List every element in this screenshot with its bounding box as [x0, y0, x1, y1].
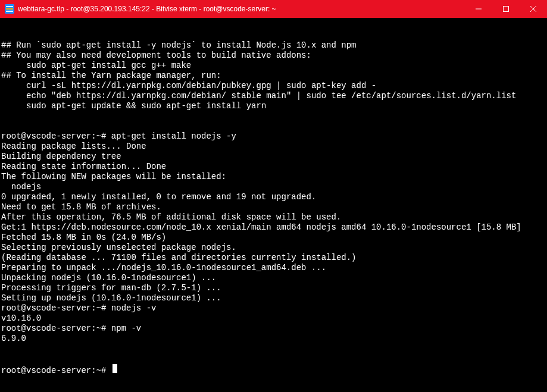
terminal-line: sudo apt-get install gcc g++ make — [1, 61, 546, 71]
svg-rect-5 — [504, 7, 509, 12]
minimize-button[interactable] — [465, 0, 492, 18]
terminal-line: root@vscode-server:~# npm -v — [1, 324, 546, 334]
terminal-line: Building dependency tree — [1, 152, 546, 162]
window-title: webtiara-gc.tlp - root@35.200.193.145:22… — [18, 5, 465, 13]
terminal-line: echo "deb https://dl.yarnpkg.com/debian/… — [1, 91, 546, 101]
maximize-button[interactable] — [492, 0, 520, 18]
terminal-viewport[interactable]: ## Run `sudo apt-get install -y nodejs` … — [0, 18, 547, 392]
svg-rect-1 — [6, 6, 13, 7]
terminal-prompt-line[interactable]: root@vscode-server:~# — [1, 364, 546, 376]
terminal-output: ## Run `sudo apt-get install -y nodejs` … — [1, 40, 546, 344]
terminal-line: Reading state information... Done — [1, 162, 546, 172]
terminal-line: The following NEW packages will be insta… — [1, 172, 546, 182]
window-titlebar[interactable]: webtiara-gc.tlp - root@35.200.193.145:22… — [0, 0, 547, 18]
terminal-line: root@vscode-server:~# nodejs -v — [1, 303, 546, 313]
terminal-line: Get:1 https://deb.nodesource.com/node_10… — [1, 222, 546, 233]
terminal-line: After this operation, 76.5 MB of additio… — [1, 212, 546, 222]
terminal-line: root@vscode-server:~# apt-get install no… — [1, 131, 546, 142]
terminal-line: Selecting previously unselected package … — [1, 243, 546, 253]
close-button[interactable] — [520, 0, 547, 18]
terminal-prompt: root@vscode-server:~# — [1, 366, 111, 376]
terminal-line: Need to get 15.8 MB of archives. — [1, 202, 546, 212]
terminal-line: nodejs — [1, 182, 546, 192]
terminal-line: Preparing to unpack .../nodejs_10.16.0-1… — [1, 263, 546, 273]
terminal-line: Fetched 15.8 MB in 0s (24.0 MB/s) — [1, 233, 546, 243]
terminal-line: sudo apt-get update && sudo apt-get inst… — [1, 101, 546, 111]
terminal-line: Unpacking nodejs (10.16.0-1nodesource1) … — [1, 273, 546, 283]
terminal-line — [1, 111, 546, 121]
terminal-line: Setting up nodejs (10.16.0-1nodesource1)… — [1, 293, 546, 303]
terminal-line: v10.16.0 — [1, 313, 546, 324]
svg-rect-3 — [6, 11, 13, 12]
app-icon — [5, 4, 14, 14]
terminal-line: 0 upgraded, 1 newly installed, 0 to remo… — [1, 192, 546, 202]
terminal-line: 6.9.0 — [1, 334, 546, 344]
svg-rect-2 — [6, 8, 13, 10]
cursor-icon — [112, 364, 117, 373]
terminal-line: Reading package lists... Done — [1, 142, 546, 152]
terminal-line: ## You may also need development tools t… — [1, 51, 546, 61]
window-controls — [465, 0, 547, 18]
terminal-line: (Reading database ... 71100 files and di… — [1, 253, 546, 263]
terminal-line: ## Run `sudo apt-get install -y nodejs` … — [1, 40, 546, 51]
terminal-line: curl -sL https://dl.yarnpkg.com/debian/p… — [1, 81, 546, 91]
terminal-line — [1, 121, 546, 131]
terminal-line: Processing triggers for man-db (2.7.5-1)… — [1, 283, 546, 293]
terminal-line: ## To install the Yarn package manager, … — [1, 71, 546, 81]
